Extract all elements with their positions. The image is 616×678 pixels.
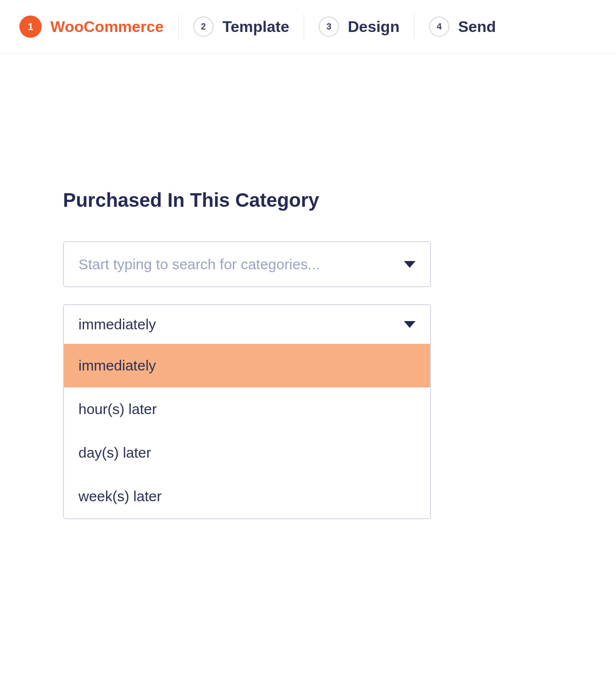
timing-selected-value: immediately [78,316,404,333]
wizard-stepper: 1 WooCommerce 2 Template 3 Design 4 Send [0,0,616,54]
search-placeholder: Start typing to search for categories... [78,256,404,273]
step-label: WooCommerce [50,18,164,36]
timing-option-immediately[interactable]: immediately [64,344,430,387]
step-woocommerce[interactable]: 1 WooCommerce [15,15,178,38]
step-number-badge: 1 [19,15,42,38]
timing-dropdown: immediately immediately hour(s) later da… [63,304,431,519]
chevron-down-icon [404,321,416,328]
main-content: Purchased In This Category Start typing … [0,54,616,519]
step-label: Send [458,18,496,36]
step-label: Template [222,18,289,36]
chevron-down-icon [404,261,416,268]
step-number-badge: 3 [319,16,339,37]
step-send[interactable]: 4 Send [415,16,510,37]
timing-option-hours[interactable]: hour(s) later [64,387,430,431]
step-number-badge: 2 [193,16,214,37]
timing-option-days[interactable]: day(s) later [64,431,430,475]
step-number-badge: 4 [429,16,449,37]
step-design[interactable]: 3 Design [304,16,414,37]
section-title: Purchased In This Category [63,189,553,211]
step-label: Design [348,18,400,36]
step-template[interactable]: 2 Template [179,16,304,37]
timing-option-weeks[interactable]: week(s) later [64,475,430,518]
timing-dropdown-trigger[interactable]: immediately [64,305,430,344]
category-search-select[interactable]: Start typing to search for categories... [63,241,431,287]
